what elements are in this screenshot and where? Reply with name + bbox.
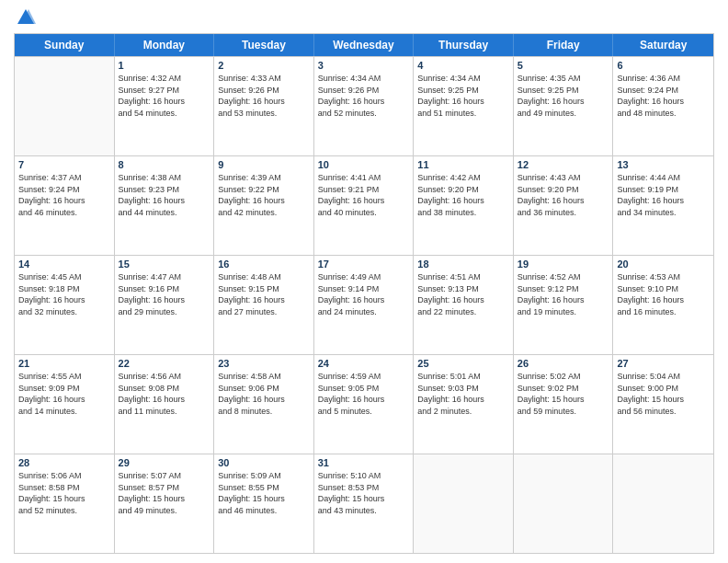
table-row: 4Sunrise: 4:34 AM Sunset: 9:25 PM Daylig… xyxy=(414,57,514,155)
page: SundayMondayTuesdayWednesdayThursdayFrid… xyxy=(0,0,728,563)
day-number: 1 xyxy=(119,60,210,71)
table-row: 25Sunrise: 5:01 AM Sunset: 9:03 PM Dayli… xyxy=(414,355,514,454)
day-number: 2 xyxy=(218,60,310,71)
table-row: 12Sunrise: 4:43 AM Sunset: 9:20 PM Dayli… xyxy=(514,156,614,255)
cal-week-5: 28Sunrise: 5:06 AM Sunset: 8:58 PM Dayli… xyxy=(15,454,713,553)
day-info: Sunrise: 5:06 AM Sunset: 8:58 PM Dayligh… xyxy=(18,470,110,516)
table-row: 20Sunrise: 4:53 AM Sunset: 9:10 PM Dayli… xyxy=(613,256,713,354)
table-row: 22Sunrise: 4:56 AM Sunset: 9:08 PM Dayli… xyxy=(115,355,215,454)
day-number: 24 xyxy=(318,358,410,369)
table-row: 21Sunrise: 4:55 AM Sunset: 9:09 PM Dayli… xyxy=(15,355,115,454)
table-row: 10Sunrise: 4:41 AM Sunset: 9:21 PM Dayli… xyxy=(314,156,415,255)
day-number: 14 xyxy=(18,259,110,270)
day-info: Sunrise: 4:35 AM Sunset: 9:25 PM Dayligh… xyxy=(518,73,609,119)
day-info: Sunrise: 4:48 AM Sunset: 9:15 PM Dayligh… xyxy=(218,271,310,317)
day-number: 8 xyxy=(119,159,210,170)
day-info: Sunrise: 4:47 AM Sunset: 9:16 PM Dayligh… xyxy=(119,271,210,317)
cal-week-2: 7Sunrise: 4:37 AM Sunset: 9:24 PM Daylig… xyxy=(15,155,713,255)
table-row: 19Sunrise: 4:52 AM Sunset: 9:12 PM Dayli… xyxy=(514,256,614,354)
day-info: Sunrise: 4:38 AM Sunset: 9:23 PM Dayligh… xyxy=(119,172,210,218)
day-info: Sunrise: 4:56 AM Sunset: 9:08 PM Dayligh… xyxy=(119,371,210,417)
table-row: 30Sunrise: 5:09 AM Sunset: 8:55 PM Dayli… xyxy=(214,454,314,553)
cal-week-1: 1Sunrise: 4:32 AM Sunset: 9:27 PM Daylig… xyxy=(15,56,713,155)
day-number: 11 xyxy=(417,159,509,170)
day-info: Sunrise: 5:04 AM Sunset: 9:00 PM Dayligh… xyxy=(617,371,710,417)
day-info: Sunrise: 5:02 AM Sunset: 9:02 PM Dayligh… xyxy=(518,371,609,417)
day-number: 13 xyxy=(617,159,710,170)
day-number: 9 xyxy=(218,159,310,170)
day-number: 18 xyxy=(417,259,509,270)
day-number: 31 xyxy=(318,457,410,468)
day-number: 23 xyxy=(218,358,310,369)
day-info: Sunrise: 4:41 AM Sunset: 9:21 PM Dayligh… xyxy=(318,172,410,218)
day-info: Sunrise: 4:42 AM Sunset: 9:20 PM Dayligh… xyxy=(417,172,509,218)
table-row: 17Sunrise: 4:49 AM Sunset: 9:14 PM Dayli… xyxy=(314,256,415,354)
cal-header-monday: Monday xyxy=(115,34,215,56)
day-number: 5 xyxy=(518,60,609,71)
day-info: Sunrise: 5:07 AM Sunset: 8:57 PM Dayligh… xyxy=(119,470,210,516)
table-row: 28Sunrise: 5:06 AM Sunset: 8:58 PM Dayli… xyxy=(15,454,115,553)
cal-week-3: 14Sunrise: 4:45 AM Sunset: 9:18 PM Dayli… xyxy=(15,255,713,354)
day-number: 29 xyxy=(119,457,210,468)
table-row: 1Sunrise: 4:32 AM Sunset: 9:27 PM Daylig… xyxy=(115,57,215,155)
cal-header-sunday: Sunday xyxy=(15,34,115,56)
table-row: 16Sunrise: 4:48 AM Sunset: 9:15 PM Dayli… xyxy=(214,256,314,354)
day-number: 3 xyxy=(318,60,410,71)
day-info: Sunrise: 4:44 AM Sunset: 9:19 PM Dayligh… xyxy=(617,172,710,218)
cal-header-tuesday: Tuesday xyxy=(214,34,314,56)
day-info: Sunrise: 4:45 AM Sunset: 9:18 PM Dayligh… xyxy=(18,271,110,317)
cal-header-saturday: Saturday xyxy=(613,34,713,56)
day-number: 15 xyxy=(119,259,210,270)
day-number: 20 xyxy=(617,259,710,270)
table-row: 2Sunrise: 4:33 AM Sunset: 9:26 PM Daylig… xyxy=(214,57,314,155)
table-row: 31Sunrise: 5:10 AM Sunset: 8:53 PM Dayli… xyxy=(314,454,415,553)
day-number: 16 xyxy=(218,259,310,270)
day-info: Sunrise: 4:53 AM Sunset: 9:10 PM Dayligh… xyxy=(617,271,710,317)
day-number: 6 xyxy=(617,60,710,71)
table-row: 9Sunrise: 4:39 AM Sunset: 9:22 PM Daylig… xyxy=(214,156,314,255)
table-row: 18Sunrise: 4:51 AM Sunset: 9:13 PM Dayli… xyxy=(414,256,514,354)
day-number: 21 xyxy=(18,358,110,369)
day-number: 28 xyxy=(18,457,110,468)
cal-header-friday: Friday xyxy=(514,34,614,56)
day-number: 27 xyxy=(617,358,710,369)
cal-week-4: 21Sunrise: 4:55 AM Sunset: 9:09 PM Dayli… xyxy=(15,354,713,454)
table-row: 8Sunrise: 4:38 AM Sunset: 9:23 PM Daylig… xyxy=(115,156,215,255)
day-number: 19 xyxy=(518,259,609,270)
table-row: 5Sunrise: 4:35 AM Sunset: 9:25 PM Daylig… xyxy=(514,57,614,155)
day-number: 7 xyxy=(18,159,110,170)
day-number: 12 xyxy=(518,159,609,170)
table-row: 27Sunrise: 5:04 AM Sunset: 9:00 PM Dayli… xyxy=(613,355,713,454)
table-row xyxy=(514,454,614,553)
table-row xyxy=(414,454,514,553)
day-info: Sunrise: 4:33 AM Sunset: 9:26 PM Dayligh… xyxy=(218,73,310,119)
day-number: 30 xyxy=(218,457,310,468)
day-info: Sunrise: 5:09 AM Sunset: 8:55 PM Dayligh… xyxy=(218,470,310,516)
table-row xyxy=(15,57,115,155)
day-number: 26 xyxy=(518,358,609,369)
day-info: Sunrise: 5:10 AM Sunset: 8:53 PM Dayligh… xyxy=(318,470,410,516)
day-info: Sunrise: 4:58 AM Sunset: 9:06 PM Dayligh… xyxy=(218,371,310,417)
header xyxy=(14,9,714,28)
table-row: 13Sunrise: 4:44 AM Sunset: 9:19 PM Dayli… xyxy=(613,156,713,255)
day-info: Sunrise: 4:37 AM Sunset: 9:24 PM Dayligh… xyxy=(18,172,110,218)
day-info: Sunrise: 4:32 AM Sunset: 9:27 PM Dayligh… xyxy=(119,73,210,119)
day-info: Sunrise: 4:51 AM Sunset: 9:13 PM Dayligh… xyxy=(417,271,509,317)
table-row: 6Sunrise: 4:36 AM Sunset: 9:24 PM Daylig… xyxy=(613,57,713,155)
calendar: SundayMondayTuesdayWednesdayThursdayFrid… xyxy=(14,33,714,554)
table-row xyxy=(613,454,713,553)
table-row: 15Sunrise: 4:47 AM Sunset: 9:16 PM Dayli… xyxy=(115,256,215,354)
table-row: 14Sunrise: 4:45 AM Sunset: 9:18 PM Dayli… xyxy=(15,256,115,354)
calendar-body: 1Sunrise: 4:32 AM Sunset: 9:27 PM Daylig… xyxy=(15,56,713,553)
table-row: 24Sunrise: 4:59 AM Sunset: 9:05 PM Dayli… xyxy=(314,355,415,454)
day-info: Sunrise: 4:39 AM Sunset: 9:22 PM Dayligh… xyxy=(218,172,310,218)
table-row: 23Sunrise: 4:58 AM Sunset: 9:06 PM Dayli… xyxy=(214,355,314,454)
table-row: 7Sunrise: 4:37 AM Sunset: 9:24 PM Daylig… xyxy=(15,156,115,255)
cal-header-wednesday: Wednesday xyxy=(314,34,415,56)
logo-icon xyxy=(16,7,36,28)
day-number: 25 xyxy=(417,358,509,369)
day-info: Sunrise: 5:01 AM Sunset: 9:03 PM Dayligh… xyxy=(417,371,509,417)
calendar-header-row: SundayMondayTuesdayWednesdayThursdayFrid… xyxy=(15,34,713,56)
table-row: 3Sunrise: 4:34 AM Sunset: 9:26 PM Daylig… xyxy=(314,57,415,155)
day-number: 22 xyxy=(119,358,210,369)
